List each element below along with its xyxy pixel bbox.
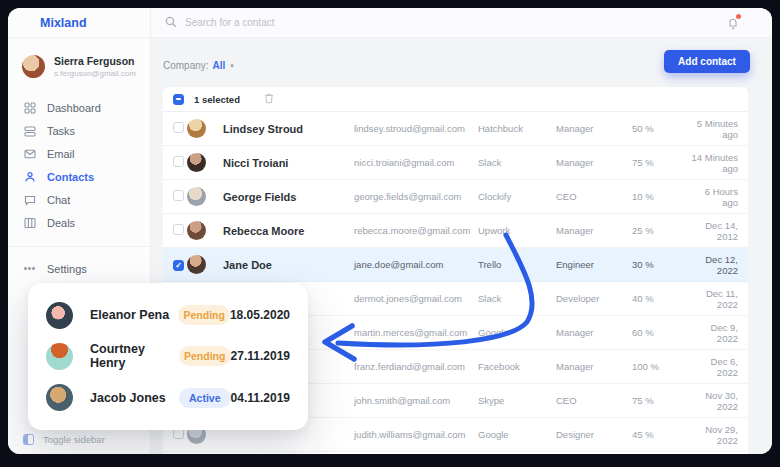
sidebar-item-dashboard[interactable]: Dashboard — [8, 96, 150, 119]
status-overlay-card: Eleanor Pena Pending 18.05.2020 Courtney… — [28, 283, 308, 430]
contact-company: Google — [478, 429, 556, 440]
user-profile[interactable]: Sierra Ferguson s.ferguson@gmail.com — [8, 38, 150, 78]
bell-icon[interactable] — [726, 16, 740, 30]
contact-company: Slack — [478, 157, 556, 168]
contact-role: Engineer — [556, 259, 632, 270]
row-checkbox[interactable] — [173, 190, 184, 201]
card-date: 04.11.2019 — [231, 391, 290, 405]
contact-percent: 60 % — [632, 327, 690, 338]
card-date: 18.05.2020 — [230, 308, 290, 322]
row-checkbox[interactable] — [173, 224, 184, 235]
contact-name: George Fields — [223, 191, 354, 203]
contact-percent: 45 % — [632, 429, 690, 440]
contact-percent: 75 % — [632, 395, 690, 406]
avatar — [187, 153, 206, 172]
avatar — [187, 255, 206, 274]
contact-email: jane.doe@gmail.com — [354, 259, 478, 270]
contact-company: Slack — [478, 293, 556, 304]
contact-company: Upwork — [478, 225, 556, 236]
table-toolbar: 1 selected — [163, 87, 748, 112]
status-card-row[interactable]: Jacob Jones Active 04.11.2019 — [46, 384, 290, 411]
avatar — [187, 221, 206, 240]
tasks-icon — [23, 124, 36, 137]
contact-role: Manager — [556, 157, 632, 168]
contact-date: Dec 6, 2022 — [690, 356, 748, 378]
brand-logo[interactable]: Mixland — [8, 8, 150, 38]
status-badge: Pending — [179, 346, 231, 366]
contact-role: CEO — [556, 191, 632, 202]
chevron-down-icon: ▾ — [230, 62, 234, 70]
table-row[interactable]: Rebecca Moore rebecca.moore@gmail.com Up… — [163, 214, 748, 248]
contact-email: franz.ferdiand@gmail.com — [354, 361, 478, 372]
add-contact-button[interactable]: Add contact — [664, 50, 750, 73]
search-input[interactable] — [185, 17, 485, 28]
sidebar-item-settings[interactable]: Settings — [8, 257, 150, 280]
select-all-checkbox[interactable] — [173, 94, 184, 105]
trash-icon[interactable] — [264, 90, 274, 108]
status-card-row[interactable]: Courtney Henry Pending 27.11.2019 — [46, 342, 290, 370]
contact-company: Facebook — [478, 361, 556, 372]
sidebar-item-chat[interactable]: Chat — [8, 188, 150, 211]
contact-email: lindsey.stroud@gmail.com — [354, 123, 478, 134]
avatar — [46, 384, 73, 411]
company-filter-label: Company: — [163, 60, 209, 71]
user-name: Sierra Ferguson — [54, 55, 136, 67]
contact-role: Manager — [556, 225, 632, 236]
contact-percent: 75 % — [632, 157, 690, 168]
contact-date: 6 Hours ago — [690, 186, 748, 208]
topbar — [151, 8, 772, 38]
contact-company: Google — [478, 327, 556, 338]
email-icon — [23, 147, 36, 160]
table-row[interactable]: Lindsey Stroud lindsey.stroud@gmail.com … — [163, 112, 748, 146]
contact-email: rebecca.moore@gmail.com — [354, 225, 478, 236]
avatar — [187, 187, 206, 206]
notification-dot — [736, 14, 741, 19]
chat-icon — [23, 193, 36, 206]
user-email: s.ferguson@gmail.com — [54, 69, 136, 78]
table-row[interactable]: George Fields george.fields@gmail.com Cl… — [163, 180, 748, 214]
contact-name: Jane Doe — [223, 259, 354, 271]
contacts-icon — [23, 170, 36, 183]
contact-percent: 50 % — [632, 123, 690, 134]
contact-date: 5 Minutes ago — [690, 118, 748, 140]
sidebar-toggle-icon — [23, 434, 34, 445]
row-checkbox[interactable] — [173, 156, 184, 167]
company-filter-value: All — [213, 60, 226, 71]
sidebar-item-label: Settings — [47, 263, 87, 275]
avatar — [187, 119, 206, 138]
contact-percent: 25 % — [632, 225, 690, 236]
contact-role: Developer — [556, 293, 632, 304]
contact-email: martin.merces@gmail.com — [354, 327, 478, 338]
company-filter[interactable]: Company: All ▾ — [163, 60, 234, 71]
contact-company: Skype — [478, 395, 556, 406]
row-checkbox[interactable] — [173, 260, 184, 271]
card-contact-name: Eleanor Pena — [90, 308, 178, 322]
contact-date: Dec 14, 2012 — [690, 220, 748, 242]
contact-name: Rebecca Moore — [223, 225, 354, 237]
toggle-sidebar-label: Toggle sidebar — [43, 434, 105, 445]
app-window: Mixland Sierra Ferguson s.ferguson@gmail… — [8, 8, 772, 454]
sidebar-item-tasks[interactable]: Tasks — [8, 119, 150, 142]
table-row[interactable]: Jane Doe jane.doe@gmail.com Trello Engin… — [163, 248, 748, 282]
search-bar[interactable] — [165, 14, 726, 32]
search-icon — [165, 14, 177, 32]
row-checkbox[interactable] — [173, 122, 184, 133]
sidebar-item-deals[interactable]: Deals — [8, 211, 150, 234]
contact-company: Clockify — [478, 191, 556, 202]
contact-date: Dec 12, 2022 — [690, 254, 748, 276]
card-date: 27.11.2019 — [231, 349, 290, 363]
card-contact-name: Jacob Jones — [90, 391, 179, 405]
status-card-row[interactable]: Eleanor Pena Pending 18.05.2020 — [46, 302, 290, 329]
contact-percent: 30 % — [632, 259, 690, 270]
toggle-sidebar-button[interactable]: Toggle sidebar — [23, 434, 105, 445]
contact-role: CEO — [556, 395, 632, 406]
sidebar-item-email[interactable]: Email — [8, 142, 150, 165]
contact-name: Nicci Troiani — [223, 157, 354, 169]
contact-email: judith.williams@gmail.com — [354, 429, 478, 440]
sidebar-item-contacts[interactable]: Contacts — [8, 165, 150, 188]
deals-icon — [23, 216, 36, 229]
contact-email: dermot.jones@gmail.com — [354, 293, 478, 304]
table-row[interactable]: Nicci Troiani nicci.troiani@gmail.com Sl… — [163, 146, 748, 180]
contact-percent: 40 % — [632, 293, 690, 304]
contact-email: george.fields@gmail.com — [354, 191, 478, 202]
